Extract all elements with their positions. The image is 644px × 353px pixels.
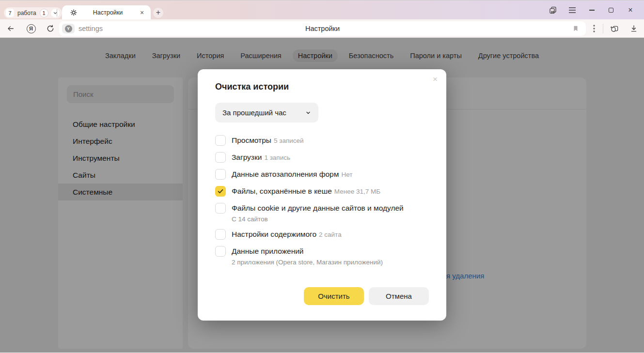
checkbox-cookies[interactable] (215, 203, 226, 214)
workspace-name: работа (16, 10, 37, 16)
history-item-cookies: Файлы cookie и другие данные сайтов и мо… (215, 203, 429, 223)
item-subdetail: С 14 сайтов (232, 215, 429, 223)
window-close-icon[interactable]: × (621, 3, 640, 17)
chevron-down-icon[interactable] (51, 9, 60, 17)
clear-button[interactable]: Очистить (304, 287, 364, 305)
tab-panels-icon[interactable] (543, 3, 563, 17)
checkbox-browsing[interactable] (215, 135, 226, 146)
kebab-menu-icon[interactable] (588, 23, 600, 34)
settings-page: ЗакладкиЗагрузкиИсторияРасширенияНастрой… (0, 38, 644, 353)
period-select-value: За прошедший час (222, 108, 286, 117)
reload-icon[interactable] (45, 23, 56, 34)
new-tab-button[interactable]: + (153, 8, 163, 18)
item-label: Данные автозаполнения формНет (232, 170, 352, 179)
url-text: settings (79, 25, 103, 32)
period-select[interactable]: За прошедший час (215, 103, 318, 123)
checkbox-autofill[interactable] (215, 169, 226, 180)
browser-window: 7 работа 1 Настройки × + (0, 0, 644, 353)
browser-toolbar: Я Y settings Настройки (0, 19, 644, 38)
checkbox-content[interactable] (215, 229, 226, 240)
browser-tab-settings[interactable]: Настройки × (62, 5, 151, 20)
tab-title: Настройки (78, 9, 138, 16)
tab-bar: 7 работа 1 Настройки × + (0, 0, 644, 19)
workspace-switcher[interactable]: 7 работа 1 (4, 7, 62, 18)
yandex-logo-icon[interactable]: Я (25, 23, 37, 34)
item-detail: 1 запись (264, 154, 290, 161)
checkbox-cache[interactable] (215, 186, 226, 197)
checkbox-downloads[interactable] (215, 152, 226, 163)
checkbox-apps[interactable] (215, 246, 226, 257)
tab-separator (57, 9, 57, 16)
gear-icon (70, 9, 78, 16)
tab-close-icon[interactable]: × (138, 9, 146, 16)
item-detail: Нет (341, 171, 352, 178)
item-label: Загрузки1 запись (232, 153, 290, 162)
clear-history-dialog: × Очистка истории За прошедший час Просм… (198, 69, 446, 321)
item-label: Данные приложений (232, 247, 304, 256)
history-item-cache: Файлы, сохранённые в кешеМенее 31,7 МБ (215, 186, 429, 197)
menu-icon[interactable] (563, 3, 582, 17)
minimize-icon[interactable] (582, 3, 601, 17)
back-icon[interactable] (5, 23, 16, 34)
history-item-apps: Данные приложений2 приложения (Opera sto… (215, 246, 429, 266)
item-label: Файлы cookie и другие данные сайтов и мо… (232, 204, 404, 213)
history-item-autofill: Данные автозаполнения формНет (215, 169, 429, 180)
site-badge-icon[interactable]: Y (62, 24, 75, 33)
download-icon[interactable] (628, 23, 640, 34)
dialog-title: Очистка истории (215, 82, 429, 92)
item-detail: Менее 31,7 МБ (334, 188, 380, 195)
bookmark-icon[interactable] (572, 25, 579, 34)
workspace-count-badge: 1 (40, 9, 48, 17)
cancel-button[interactable]: Отмена (369, 287, 429, 305)
history-item-downloads: Загрузки1 запись (215, 152, 429, 163)
history-item-content: Настройки содержимого2 сайта (215, 229, 429, 240)
extensions-icon[interactable] (609, 23, 620, 34)
dialog-actions: Очистить Отмена (215, 287, 429, 305)
toolbar-divider (603, 24, 603, 33)
item-detail: 5 записей (274, 137, 304, 144)
item-label: Настройки содержимого2 сайта (232, 230, 342, 239)
dialog-checklist: Просмотры5 записейЗагрузки1 записьДанные… (215, 135, 429, 272)
item-label: Файлы, сохранённые в кешеМенее 31,7 МБ (232, 187, 380, 196)
item-detail: 2 сайта (319, 231, 342, 238)
workspace-number-badge: 7 (6, 9, 14, 17)
history-item-browsing: Просмотры5 записей (215, 135, 429, 146)
maximize-icon[interactable] (601, 3, 621, 17)
item-subdetail: 2 приложения (Opera store, Магазин прило… (232, 259, 429, 266)
address-bar[interactable]: Y settings Настройки (59, 21, 586, 36)
address-bar-page-title: Настройки (59, 25, 586, 32)
item-label: Просмотры5 записей (232, 136, 304, 145)
dialog-close-icon[interactable]: × (430, 74, 440, 85)
